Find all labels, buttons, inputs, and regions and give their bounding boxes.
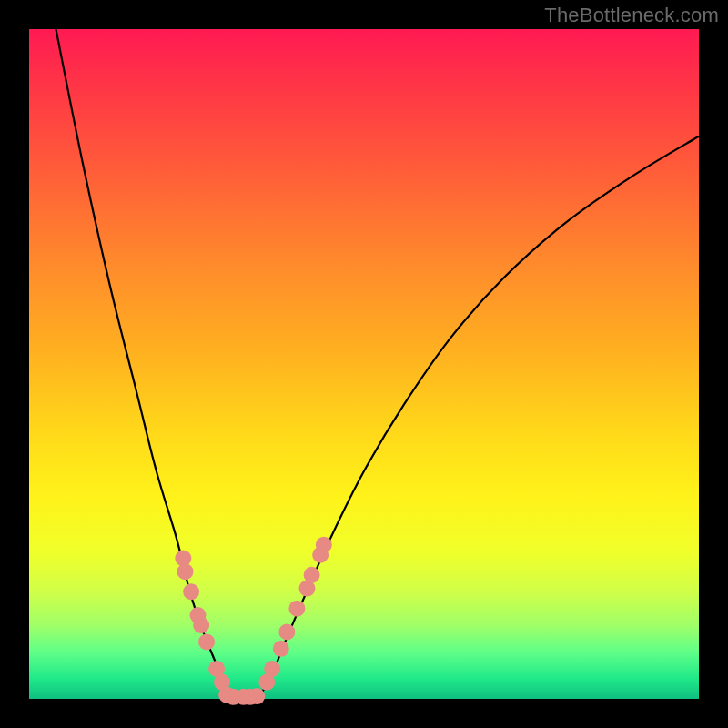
watermark-text: TheBottleneck.com xyxy=(544,4,719,27)
data-marker xyxy=(183,583,199,600)
data-marker xyxy=(288,601,305,617)
data-marker xyxy=(278,623,295,640)
data-marker xyxy=(316,537,332,553)
curve-left-branch xyxy=(56,29,229,699)
chart-frame: TheBottleneck.com xyxy=(0,0,728,728)
data-marker xyxy=(198,633,215,650)
curve-right-branch xyxy=(257,136,699,699)
chart-svg xyxy=(29,29,699,699)
plot-area xyxy=(29,29,699,699)
data-marker xyxy=(273,641,289,657)
data-marker xyxy=(177,563,193,580)
data-marker xyxy=(248,688,265,704)
data-marker xyxy=(264,661,280,677)
data-marker xyxy=(304,567,320,583)
marker-group xyxy=(175,537,332,705)
data-marker xyxy=(193,617,209,633)
